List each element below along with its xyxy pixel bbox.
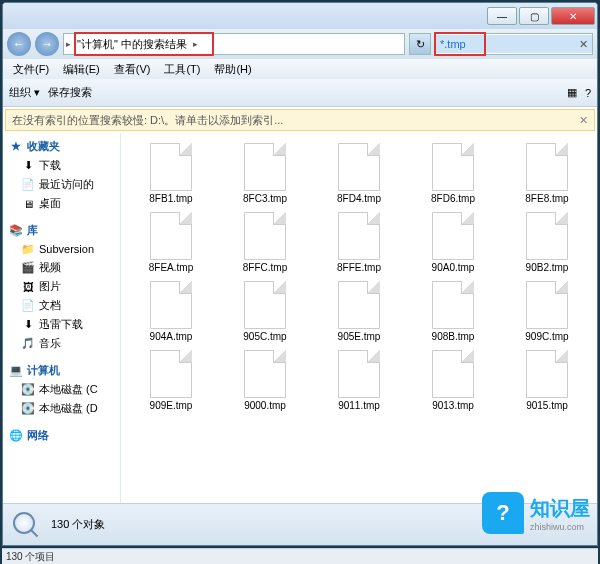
file-item[interactable]: 8FFE.tmp [313, 210, 405, 275]
file-item[interactable]: 909C.tmp [501, 279, 593, 344]
sidebar-item-music[interactable]: 🎵音乐 [3, 334, 120, 353]
sidebar: ★收藏夹 ⬇下载 📄最近访问的 🖥桌面 📚库 📁Subversion 🎬视频 🖼… [3, 133, 121, 503]
titlebar: — ▢ ✕ [3, 3, 597, 29]
sidebar-item-subversion[interactable]: 📁Subversion [3, 240, 120, 258]
disk-icon: 💽 [21, 402, 35, 416]
file-item[interactable]: 90A0.tmp [407, 210, 499, 275]
menu-tools[interactable]: 工具(T) [158, 60, 206, 79]
file-item[interactable]: 90B2.tmp [501, 210, 593, 275]
file-name: 8FFE.tmp [337, 262, 381, 273]
menu-file[interactable]: 文件(F) [7, 60, 55, 79]
library-icon: 📚 [9, 224, 23, 238]
file-item[interactable]: 8FD4.tmp [313, 141, 405, 206]
file-item[interactable]: 9011.tmp [313, 348, 405, 413]
close-infobar-button[interactable]: ✕ [579, 114, 588, 127]
minimize-button[interactable]: — [487, 7, 517, 25]
file-icon [150, 212, 192, 260]
file-icon [338, 143, 380, 191]
file-item[interactable]: 908B.tmp [407, 279, 499, 344]
explorer-window: — ▢ ✕ ← → ▸ "计算机" 中的搜索结果 ▸ ↻ ✕ 文件(F) 编辑(… [2, 2, 598, 546]
file-item[interactable]: 8FEA.tmp [125, 210, 217, 275]
refresh-button[interactable]: ↻ [409, 33, 431, 55]
sidebar-libraries: 📚库 📁Subversion 🎬视频 🖼图片 📄文档 ⬇迅雷下载 🎵音乐 [3, 221, 120, 353]
video-icon: 🎬 [21, 261, 35, 275]
file-icon [338, 350, 380, 398]
file-name: 905E.tmp [338, 331, 381, 342]
view-mode-button[interactable]: ▦ [567, 86, 577, 99]
address-bar[interactable]: ▸ "计算机" 中的搜索结果 ▸ [63, 33, 405, 55]
sidebar-computer: 💻计算机 💽本地磁盘 (C 💽本地磁盘 (D [3, 361, 120, 418]
file-name: 909E.tmp [150, 400, 193, 411]
save-search-button[interactable]: 保存搜索 [48, 85, 92, 100]
chevron-right-icon: ▸ [191, 39, 200, 49]
breadcrumb[interactable]: "计算机" 中的搜索结果 [73, 34, 191, 54]
download-icon: ⬇ [21, 318, 35, 332]
file-icon [432, 143, 474, 191]
download-icon: ⬇ [21, 159, 35, 173]
file-item[interactable]: 8FB1.tmp [125, 141, 217, 206]
sidebar-item-disk-d[interactable]: 💽本地磁盘 (D [3, 399, 120, 418]
status-count: 130 个对象 [51, 517, 105, 532]
file-name: 905C.tmp [243, 331, 286, 342]
sidebar-item-disk-c[interactable]: 💽本地磁盘 (C [3, 380, 120, 399]
file-name: 904A.tmp [150, 331, 193, 342]
sidebar-header-favorites[interactable]: ★收藏夹 [3, 137, 120, 156]
file-grid: 8FB1.tmp8FC3.tmp8FD4.tmp8FD6.tmp8FE8.tmp… [125, 141, 593, 413]
file-icon [244, 350, 286, 398]
search-input[interactable] [436, 35, 592, 53]
menu-edit[interactable]: 编辑(E) [57, 60, 106, 79]
sidebar-item-recent[interactable]: 📄最近访问的 [3, 175, 120, 194]
file-item[interactable]: 8FFC.tmp [219, 210, 311, 275]
item-count: 130 个项目 [6, 551, 55, 562]
menu-view[interactable]: 查看(V) [108, 60, 157, 79]
document-icon: 📄 [21, 299, 35, 313]
sidebar-item-documents[interactable]: 📄文档 [3, 296, 120, 315]
file-item[interactable]: 909E.tmp [125, 348, 217, 413]
file-item[interactable]: 905C.tmp [219, 279, 311, 344]
sidebar-item-xunlei[interactable]: ⬇迅雷下载 [3, 315, 120, 334]
file-icon [432, 350, 474, 398]
file-name: 9013.tmp [432, 400, 474, 411]
file-name: 9015.tmp [526, 400, 568, 411]
sidebar-header-computer[interactable]: 💻计算机 [3, 361, 120, 380]
disk-icon: 💽 [21, 383, 35, 397]
sidebar-item-desktop[interactable]: 🖥桌面 [3, 194, 120, 213]
back-button[interactable]: ← [7, 32, 31, 56]
status-bar: 130 个对象 [3, 503, 597, 545]
search-box[interactable]: ✕ [435, 33, 593, 55]
sidebar-item-videos[interactable]: 🎬视频 [3, 258, 120, 277]
maximize-button[interactable]: ▢ [519, 7, 549, 25]
sidebar-network: 🌐网络 [3, 426, 120, 445]
sidebar-item-downloads[interactable]: ⬇下载 [3, 156, 120, 175]
file-icon [526, 350, 568, 398]
sidebar-header-network[interactable]: 🌐网络 [3, 426, 120, 445]
menu-help[interactable]: 帮助(H) [208, 60, 257, 79]
music-icon: 🎵 [21, 337, 35, 351]
network-icon: 🌐 [9, 429, 23, 443]
file-item[interactable]: 904A.tmp [125, 279, 217, 344]
nav-bar: ← → ▸ "计算机" 中的搜索结果 ▸ ↻ ✕ [3, 29, 597, 59]
file-name: 8FD6.tmp [431, 193, 475, 204]
sidebar-favorites: ★收藏夹 ⬇下载 📄最近访问的 🖥桌面 [3, 137, 120, 213]
organize-button[interactable]: 组织 ▾ [9, 85, 40, 100]
close-button[interactable]: ✕ [551, 7, 595, 25]
recent-icon: 📄 [21, 178, 35, 192]
file-item[interactable]: 9000.tmp [219, 348, 311, 413]
help-button[interactable]: ? [585, 87, 591, 99]
clear-search-button[interactable]: ✕ [579, 38, 588, 51]
file-item[interactable]: 8FD6.tmp [407, 141, 499, 206]
file-icon [150, 143, 192, 191]
file-name: 8FE8.tmp [525, 193, 568, 204]
file-item[interactable]: 8FE8.tmp [501, 141, 593, 206]
file-name: 8FD4.tmp [337, 193, 381, 204]
file-name: 90A0.tmp [432, 262, 475, 273]
index-info-bar[interactable]: 在没有索引的位置搜索较慢: D:\。请单击以添加到索引... ✕ [5, 109, 595, 131]
file-item[interactable]: 9015.tmp [501, 348, 593, 413]
sidebar-item-pictures[interactable]: 🖼图片 [3, 277, 120, 296]
file-item[interactable]: 905E.tmp [313, 279, 405, 344]
file-name: 8FEA.tmp [149, 262, 193, 273]
sidebar-header-libraries[interactable]: 📚库 [3, 221, 120, 240]
forward-button[interactable]: → [35, 32, 59, 56]
file-item[interactable]: 9013.tmp [407, 348, 499, 413]
file-item[interactable]: 8FC3.tmp [219, 141, 311, 206]
